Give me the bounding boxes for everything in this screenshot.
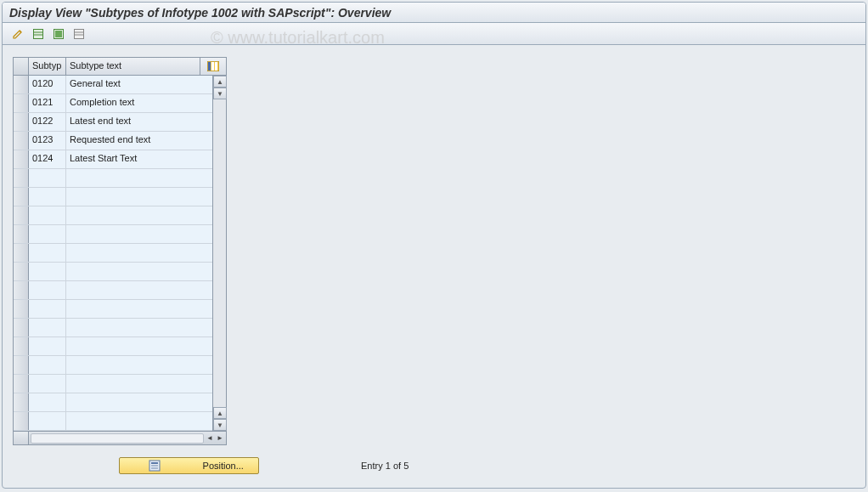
cell-subtype-text[interactable] [66, 300, 226, 318]
row-selector[interactable] [14, 188, 29, 206]
cell-subtype-text[interactable] [66, 319, 226, 336]
cell-subtype-text[interactable] [66, 244, 226, 262]
cell-subtype-text[interactable]: Requested end text [66, 132, 226, 150]
cell-subtype-text[interactable] [66, 206, 226, 224]
cell-subtype-text[interactable]: Latest Start Text [66, 150, 226, 168]
table-row [14, 206, 226, 225]
svg-rect-4 [55, 31, 62, 37]
row-selector-header[interactable] [14, 58, 29, 75]
scroll-right-icon[interactable]: ► [216, 433, 224, 444]
cell-subtyp[interactable]: 0120 [29, 76, 66, 93]
cell-subtyp[interactable] [29, 356, 66, 374]
row-selector[interactable] [14, 281, 29, 299]
cell-subtyp[interactable] [29, 244, 66, 262]
cell-subtype-text[interactable] [66, 263, 226, 280]
cell-subtyp[interactable] [29, 300, 66, 318]
table-header-row: Subtyp Subtype text [14, 58, 226, 76]
table-body: 0120General text0121Completion text0122L… [14, 76, 226, 431]
cell-subtyp[interactable] [29, 412, 66, 430]
cell-subtyp[interactable]: 0121 [29, 94, 66, 112]
cell-subtyp[interactable] [29, 169, 66, 187]
row-selector[interactable] [14, 206, 29, 224]
cell-subtyp[interactable]: 0122 [29, 113, 66, 131]
row-selector[interactable] [14, 169, 29, 187]
row-selector[interactable] [14, 412, 29, 430]
cell-subtyp[interactable] [29, 337, 66, 355]
footer-bar: Position... Entry 1 of 5 [119, 457, 409, 474]
cell-subtype-text[interactable] [66, 225, 226, 243]
row-selector[interactable] [14, 300, 29, 318]
content-area: Subtyp Subtype text 0120General text0121… [3, 45, 865, 457]
data-table: Subtyp Subtype text 0120General text0121… [13, 57, 227, 445]
cell-subtype-text[interactable] [66, 337, 226, 355]
position-button-label: Position... [192, 461, 256, 471]
cell-subtype-text[interactable] [66, 356, 226, 374]
cell-subtype-text[interactable]: Latest end text [66, 113, 226, 131]
scroll-up-icon[interactable]: ▲ [213, 76, 227, 88]
cell-subtyp[interactable] [29, 188, 66, 206]
table-row [14, 300, 226, 319]
svg-rect-13 [151, 462, 158, 464]
cell-subtyp[interactable] [29, 225, 66, 243]
table-view-icon[interactable] [30, 25, 47, 42]
scroll-left-icon[interactable]: ◄ [206, 433, 214, 444]
table-row [14, 393, 226, 412]
row-selector[interactable] [14, 244, 29, 262]
svg-rect-14 [151, 465, 158, 467]
cell-subtype-text[interactable] [66, 169, 226, 187]
cell-subtyp[interactable] [29, 263, 66, 280]
entry-status: Entry 1 of 5 [361, 461, 409, 471]
cell-subtype-text[interactable] [66, 393, 226, 411]
vertical-scrollbar[interactable]: ▲ ▼ ▲ ▼ [212, 76, 226, 431]
scroll-down2-icon[interactable]: ▼ [213, 419, 227, 431]
row-selector[interactable] [14, 150, 29, 168]
table-row [14, 188, 226, 206]
scroll-down-icon[interactable]: ▼ [213, 88, 227, 99]
cell-subtyp[interactable] [29, 206, 66, 224]
deselect-all-icon[interactable] [70, 25, 87, 42]
scroll-up2-icon[interactable]: ▲ [213, 407, 227, 419]
title-bar: Display View "Subtypes of Infotype 1002 … [3, 3, 865, 23]
row-selector[interactable] [14, 356, 29, 374]
cell-subtype-text[interactable]: General text [66, 76, 226, 93]
cell-subtyp[interactable] [29, 393, 66, 411]
hscroll-track[interactable] [31, 433, 204, 444]
table-row: 0123Requested end text [14, 132, 226, 150]
horizontal-scrollbar[interactable]: ◄ ► [14, 431, 226, 444]
cell-subtype-text[interactable] [66, 281, 226, 299]
scroll-track[interactable] [213, 99, 226, 407]
cell-subtype-text[interactable]: Completion text [66, 94, 226, 112]
table-row [14, 225, 226, 244]
cell-subtyp[interactable]: 0124 [29, 150, 66, 168]
svg-rect-15 [151, 467, 158, 469]
column-header-subtyp[interactable]: Subtyp [29, 58, 66, 75]
select-all-icon[interactable] [50, 25, 67, 42]
row-selector[interactable] [14, 94, 29, 112]
position-button[interactable]: Position... [119, 457, 259, 474]
cell-subtyp[interactable] [29, 281, 66, 299]
change-icon[interactable] [9, 25, 26, 42]
table-row [14, 356, 226, 375]
table-row [14, 281, 226, 300]
cell-subtyp[interactable] [29, 319, 66, 336]
row-selector[interactable] [14, 263, 29, 280]
row-selector[interactable] [14, 132, 29, 150]
table-row [14, 375, 226, 393]
row-selector[interactable] [14, 113, 29, 131]
cell-subtyp[interactable]: 0123 [29, 132, 66, 150]
cell-subtype-text[interactable] [66, 412, 226, 430]
svg-rect-0 [34, 29, 43, 38]
row-selector[interactable] [14, 76, 29, 93]
column-header-subtype-text[interactable]: Subtype text [66, 58, 200, 75]
row-selector[interactable] [14, 225, 29, 243]
row-selector[interactable] [14, 375, 29, 393]
cell-subtype-text[interactable] [66, 375, 226, 393]
row-selector[interactable] [14, 337, 29, 355]
row-selector[interactable] [14, 319, 29, 336]
cell-subtyp[interactable] [29, 375, 66, 393]
row-selector[interactable] [14, 393, 29, 411]
table-row: 0124Latest Start Text [14, 150, 226, 169]
cell-subtype-text[interactable] [66, 188, 226, 206]
table-settings-icon[interactable] [200, 58, 226, 75]
table-row: 0121Completion text [14, 94, 226, 113]
